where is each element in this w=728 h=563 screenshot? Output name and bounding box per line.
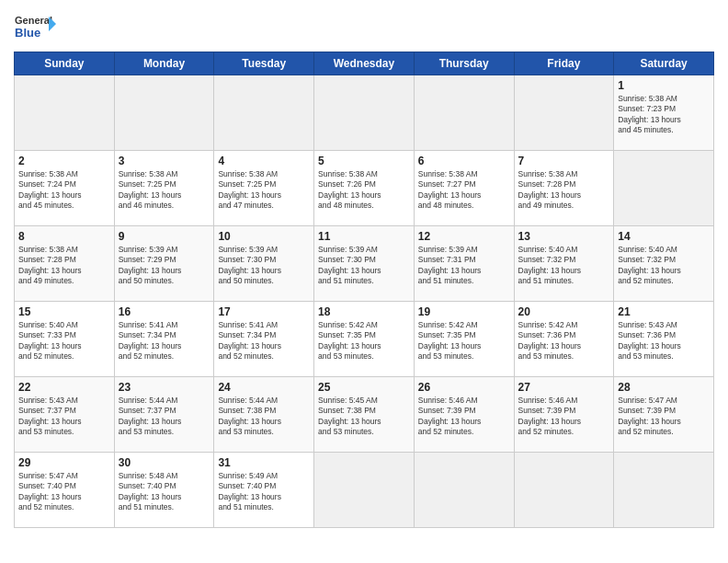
day-header-friday: Friday bbox=[514, 52, 614, 75]
day-cell-6: 6Sunrise: 5:38 AMSunset: 7:27 PMDaylight… bbox=[414, 151, 514, 226]
calendar-table: SundayMondayTuesdayWednesdayThursdayFrid… bbox=[14, 52, 714, 528]
logo: General Blue bbox=[14, 9, 58, 46]
day-cell-9: 9Sunrise: 5:39 AMSunset: 7:29 PMDaylight… bbox=[114, 226, 214, 302]
calendar-week-2: 2Sunrise: 5:38 AMSunset: 7:24 PMDaylight… bbox=[15, 151, 714, 226]
day-cell-20: 20Sunrise: 5:42 AMSunset: 7:36 PMDayligh… bbox=[514, 302, 614, 377]
header-row-days: SundayMondayTuesdayWednesdayThursdayFrid… bbox=[15, 52, 714, 75]
day-cell-17: 17Sunrise: 5:41 AMSunset: 7:34 PMDayligh… bbox=[214, 302, 314, 377]
day-cell-14: 14Sunrise: 5:40 AMSunset: 7:32 PMDayligh… bbox=[614, 226, 714, 302]
calendar-header: SundayMondayTuesdayWednesdayThursdayFrid… bbox=[15, 52, 714, 75]
day-cell-18: 18Sunrise: 5:42 AMSunset: 7:35 PMDayligh… bbox=[314, 302, 415, 377]
day-cell-2: 2Sunrise: 5:38 AMSunset: 7:24 PMDaylight… bbox=[15, 151, 115, 226]
day-cell-31: 31Sunrise: 5:49 AMSunset: 7:40 PMDayligh… bbox=[214, 453, 314, 528]
day-cell-24: 24Sunrise: 5:44 AMSunset: 7:38 PMDayligh… bbox=[214, 377, 314, 453]
day-cell-29: 29Sunrise: 5:47 AMSunset: 7:40 PMDayligh… bbox=[15, 453, 115, 528]
empty-cell bbox=[114, 75, 214, 151]
empty-cell bbox=[414, 453, 514, 528]
header-row: General Blue bbox=[14, 9, 714, 46]
day-cell-10: 10Sunrise: 5:39 AMSunset: 7:30 PMDayligh… bbox=[214, 226, 314, 302]
calendar-week-4: 15Sunrise: 5:40 AMSunset: 7:33 PMDayligh… bbox=[15, 302, 714, 377]
empty-cell bbox=[614, 151, 714, 226]
day-cell-3: 3Sunrise: 5:38 AMSunset: 7:25 PMDaylight… bbox=[114, 151, 214, 226]
svg-text:General: General bbox=[15, 15, 52, 26]
day-header-sunday: Sunday bbox=[15, 52, 115, 75]
day-cell-26: 26Sunrise: 5:46 AMSunset: 7:39 PMDayligh… bbox=[414, 377, 514, 453]
day-cell-15: 15Sunrise: 5:40 AMSunset: 7:33 PMDayligh… bbox=[15, 302, 115, 377]
day-cell-12: 12Sunrise: 5:39 AMSunset: 7:31 PMDayligh… bbox=[414, 226, 514, 302]
day-cell-21: 21Sunrise: 5:43 AMSunset: 7:36 PMDayligh… bbox=[614, 302, 714, 377]
day-cell-27: 27Sunrise: 5:46 AMSunset: 7:39 PMDayligh… bbox=[514, 377, 614, 453]
day-header-monday: Monday bbox=[114, 52, 214, 75]
day-header-tuesday: Tuesday bbox=[214, 52, 314, 75]
logo-svg: General Blue bbox=[14, 9, 58, 46]
day-cell-22: 22Sunrise: 5:43 AMSunset: 7:37 PMDayligh… bbox=[15, 377, 115, 453]
day-cell-13: 13Sunrise: 5:40 AMSunset: 7:32 PMDayligh… bbox=[514, 226, 614, 302]
day-cell-28: 28Sunrise: 5:47 AMSunset: 7:39 PMDayligh… bbox=[614, 377, 714, 453]
calendar-week-5: 22Sunrise: 5:43 AMSunset: 7:37 PMDayligh… bbox=[15, 377, 714, 453]
day-cell-7: 7Sunrise: 5:38 AMSunset: 7:28 PMDaylight… bbox=[514, 151, 614, 226]
calendar-week-1: 1Sunrise: 5:38 AMSunset: 7:23 PMDaylight… bbox=[15, 75, 714, 151]
empty-cell bbox=[15, 75, 115, 151]
empty-cell bbox=[514, 75, 614, 151]
day-cell-23: 23Sunrise: 5:44 AMSunset: 7:37 PMDayligh… bbox=[114, 377, 214, 453]
day-cell-5: 5Sunrise: 5:38 AMSunset: 7:26 PMDaylight… bbox=[314, 151, 415, 226]
main-container: General Blue SundayMondayTuesdayWednesda… bbox=[0, 0, 728, 533]
empty-cell bbox=[314, 75, 415, 151]
day-header-wednesday: Wednesday bbox=[314, 52, 415, 75]
day-header-saturday: Saturday bbox=[614, 52, 714, 75]
empty-cell bbox=[314, 453, 415, 528]
calendar-week-6: 29Sunrise: 5:47 AMSunset: 7:40 PMDayligh… bbox=[15, 453, 714, 528]
day-cell-19: 19Sunrise: 5:42 AMSunset: 7:35 PMDayligh… bbox=[414, 302, 514, 377]
day-cell-16: 16Sunrise: 5:41 AMSunset: 7:34 PMDayligh… bbox=[114, 302, 214, 377]
empty-cell bbox=[414, 75, 514, 151]
svg-text:Blue: Blue bbox=[15, 26, 40, 40]
day-cell-11: 11Sunrise: 5:39 AMSunset: 7:30 PMDayligh… bbox=[314, 226, 415, 302]
day-header-thursday: Thursday bbox=[414, 52, 514, 75]
day-cell-1: 1Sunrise: 5:38 AMSunset: 7:23 PMDaylight… bbox=[614, 75, 714, 151]
day-cell-8: 8Sunrise: 5:38 AMSunset: 7:28 PMDaylight… bbox=[15, 226, 115, 302]
empty-cell bbox=[614, 453, 714, 528]
empty-cell bbox=[514, 453, 614, 528]
day-cell-4: 4Sunrise: 5:38 AMSunset: 7:25 PMDaylight… bbox=[214, 151, 314, 226]
day-cell-30: 30Sunrise: 5:48 AMSunset: 7:40 PMDayligh… bbox=[114, 453, 214, 528]
empty-cell bbox=[214, 75, 314, 151]
day-cell-25: 25Sunrise: 5:45 AMSunset: 7:38 PMDayligh… bbox=[314, 377, 415, 453]
calendar-week-3: 8Sunrise: 5:38 AMSunset: 7:28 PMDaylight… bbox=[15, 226, 714, 302]
calendar-body: 1Sunrise: 5:38 AMSunset: 7:23 PMDaylight… bbox=[15, 75, 714, 528]
